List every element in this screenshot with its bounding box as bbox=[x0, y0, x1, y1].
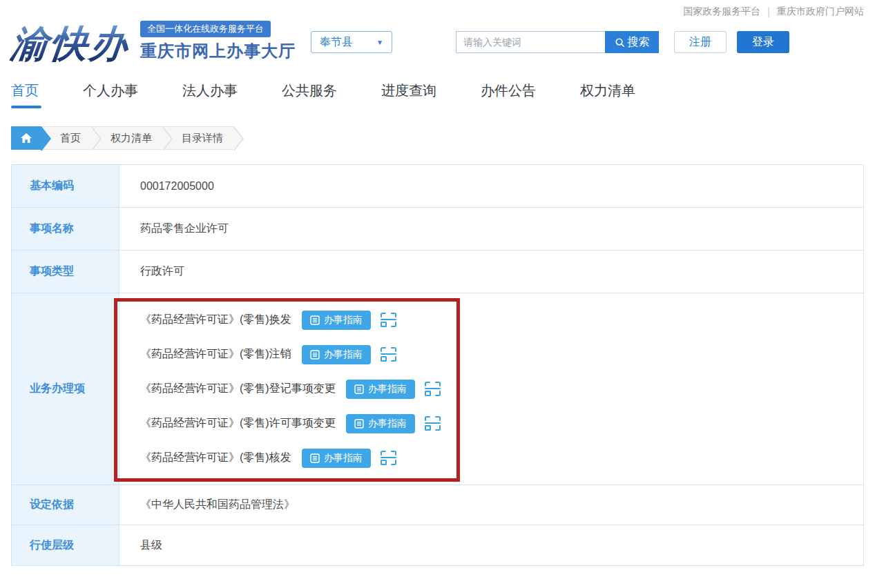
register-button[interactable]: 注册 bbox=[674, 31, 727, 53]
nav-item-legal-entity-services[interactable]: 法人办事 bbox=[182, 81, 238, 108]
header: 渝快办 全国一体化在线政务服务平台 重庆市网上办事大厅 奉节县 ▼ 搜索 注册 … bbox=[0, 0, 875, 63]
guide-button[interactable]: 办事指南 bbox=[302, 345, 371, 364]
detail-table: 基本编码 000172005000 事项名称 药品零售企业许可 事项类型 行政许… bbox=[11, 164, 864, 566]
breadcrumb-item-catalog-detail[interactable]: 目录详情 bbox=[163, 126, 234, 150]
nav-item-case-announcements[interactable]: 办件公告 bbox=[481, 81, 536, 108]
nav-item-personal-services[interactable]: 个人办事 bbox=[83, 81, 138, 108]
qr-scan-icon[interactable] bbox=[380, 312, 397, 328]
search-box: 搜索 bbox=[456, 31, 659, 53]
guide-button-label: 办事指南 bbox=[368, 418, 407, 430]
primary-nav: 首页 个人办事 法人办事 公共服务 进度查询 办件公告 权力清单 bbox=[11, 81, 864, 108]
search-icon bbox=[615, 37, 625, 48]
qr-scan-icon[interactable] bbox=[424, 381, 441, 397]
search-input[interactable] bbox=[456, 31, 605, 53]
home-icon bbox=[21, 133, 32, 144]
region-selected-value: 奉节县 bbox=[320, 35, 353, 50]
basic-code-value: 000172005000 bbox=[119, 165, 863, 207]
guide-button-label: 办事指南 bbox=[324, 349, 363, 361]
qr-scan-icon[interactable] bbox=[424, 415, 441, 431]
row-label: 基本编码 bbox=[12, 165, 119, 207]
document-icon bbox=[310, 350, 320, 360]
nav-item-progress-inquiry[interactable]: 进度查询 bbox=[381, 81, 436, 108]
row-label: 事项类型 bbox=[12, 251, 119, 293]
brand-logo-text: 渝快办 bbox=[9, 23, 131, 63]
nav-item-home[interactable]: 首页 bbox=[11, 81, 39, 108]
qr-scan-icon[interactable] bbox=[380, 346, 397, 362]
business-item-name: 《药品经营许可证》(零售)核发 bbox=[140, 451, 291, 465]
row-label: 行使层级 bbox=[12, 525, 119, 565]
list-item: 《药品经营许可证》(零售)核发 办事指南 bbox=[140, 449, 863, 468]
breadcrumb: 首页 权力清单 目录详情 bbox=[11, 126, 864, 150]
guide-button[interactable]: 办事指南 bbox=[346, 414, 415, 433]
exercise-level-value: 县级 bbox=[119, 525, 863, 565]
table-row-legal-basis: 设定依据 《中华人民共和国药品管理法》 bbox=[12, 485, 863, 525]
breadcrumb-item-power-list[interactable]: 权力清单 bbox=[92, 126, 163, 150]
region-selector[interactable]: 奉节县 ▼ bbox=[311, 31, 392, 53]
table-row-item-type: 事项类型 行政许可 bbox=[12, 251, 863, 293]
list-item: 《药品经营许可证》(零售)许可事项变更 办事指南 bbox=[140, 414, 863, 433]
table-row-exercise-level: 行使层级 县级 bbox=[12, 525, 863, 565]
site-logo[interactable]: 渝快办 全国一体化在线政务服务平台 重庆市网上办事大厅 bbox=[11, 21, 296, 63]
document-icon bbox=[354, 419, 364, 429]
list-item: 《药品经营许可证》(零售)登记事项变更 办事指南 bbox=[140, 380, 863, 399]
nav-item-public-services[interactable]: 公共服务 bbox=[282, 81, 337, 108]
logo-caption: 全国一体化在线政务服务平台 重庆市网上办事大厅 bbox=[140, 21, 296, 63]
business-item-name: 《药品经营许可证》(零售)许可事项变更 bbox=[140, 416, 336, 431]
document-icon bbox=[354, 384, 364, 394]
guide-button-label: 办事指南 bbox=[324, 314, 363, 326]
business-item-name: 《药品经营许可证》(零售)登记事项变更 bbox=[140, 382, 336, 396]
nav-item-power-list[interactable]: 权力清单 bbox=[580, 81, 635, 108]
guide-button-label: 办事指南 bbox=[368, 383, 407, 395]
platform-badge: 全国一体化在线政务服务平台 bbox=[140, 21, 271, 37]
breadcrumb-home[interactable] bbox=[11, 126, 41, 150]
business-items-list: 《药品经营许可证》(零售)换发 办事指南 bbox=[119, 293, 863, 484]
guide-button[interactable]: 办事指南 bbox=[302, 449, 371, 468]
row-label: 事项名称 bbox=[12, 208, 119, 250]
search-button-label: 搜索 bbox=[628, 35, 650, 50]
site-subtitle: 重庆市网上办事大厅 bbox=[140, 40, 296, 62]
list-item: 《药品经营许可证》(零售)注销 办事指南 bbox=[140, 345, 863, 364]
row-label: 设定依据 bbox=[12, 485, 119, 525]
row-label: 业务办理项 bbox=[12, 293, 119, 484]
document-icon bbox=[310, 315, 320, 325]
chevron-down-icon: ▼ bbox=[376, 39, 383, 46]
guide-button-label: 办事指南 bbox=[324, 452, 363, 464]
business-item-name: 《药品经营许可证》(零售)注销 bbox=[140, 347, 291, 362]
legal-basis-value: 《中华人民共和国药品管理法》 bbox=[119, 485, 863, 525]
list-item: 《药品经营许可证》(零售)换发 办事指南 bbox=[140, 311, 863, 330]
business-item-name: 《药品经营许可证》(零售)换发 bbox=[140, 313, 291, 327]
login-button[interactable]: 登录 bbox=[737, 31, 789, 53]
qr-scan-icon[interactable] bbox=[380, 450, 397, 466]
guide-button[interactable]: 办事指南 bbox=[346, 380, 415, 399]
item-name-value: 药品零售企业许可 bbox=[119, 208, 863, 250]
search-button[interactable]: 搜索 bbox=[605, 31, 659, 53]
table-row-item-name: 事项名称 药品零售企业许可 bbox=[12, 208, 863, 251]
document-icon bbox=[310, 453, 320, 463]
table-row-business-items: 业务办理项 《药品经营许可证》(零售)换发 办事指南 bbox=[12, 293, 863, 485]
table-row-basic-code: 基本编码 000172005000 bbox=[12, 165, 863, 208]
guide-button[interactable]: 办事指南 bbox=[302, 311, 371, 330]
item-type-value: 行政许可 bbox=[119, 251, 863, 293]
